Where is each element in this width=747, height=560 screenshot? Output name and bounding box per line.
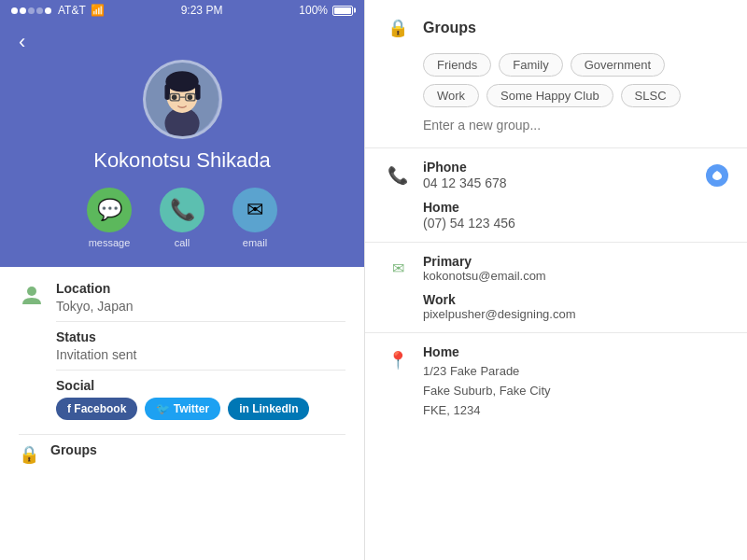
status-bar: AT&T 📶 9:23 PM 100%: [0, 0, 364, 21]
battery-icon: [332, 6, 353, 16]
iphone-row: 📞 iPhone 04 12 345 678: [384, 160, 728, 190]
phone-icon: 📞: [384, 161, 412, 189]
svg-point-11: [27, 287, 36, 296]
home-phone-type: Home: [423, 200, 728, 215]
address-line: 1/23 Fake Parade: [423, 362, 728, 382]
home-address-row: 📍 Home 1/23 Fake ParadeFake Suburb, Fake…: [384, 344, 728, 420]
message-circle: 💬: [87, 188, 132, 232]
facebook-badge[interactable]: f Facebook: [56, 398, 137, 420]
carrier-label: AT&T: [58, 4, 86, 17]
group-tag[interactable]: SLSC: [621, 84, 681, 107]
group-tag[interactable]: Government: [571, 53, 666, 77]
svg-point-3: [165, 71, 198, 91]
home-phone-row: Home (07) 54 123 456: [384, 200, 728, 231]
email-label: email: [243, 237, 267, 248]
location-content: Location Tokyo, Japan Status Invitation …: [56, 281, 345, 420]
iphone-number: 04 12 345 678: [423, 175, 695, 190]
signal-dots: [11, 4, 53, 17]
group-tag[interactable]: Friends: [423, 53, 491, 77]
action-buttons: 💬 message 📞 call ✉ email: [87, 188, 277, 248]
lock-icon: 🔒: [19, 444, 39, 465]
svg-point-9: [171, 94, 176, 100]
status-value: Invitation sent: [56, 347, 345, 362]
work-email-value: pixelpusher@designing.com: [423, 307, 728, 321]
group-tags: FriendsFamilyGovernmentWorkSome Happy Cl…: [384, 53, 728, 107]
home-address-info: Home 1/23 Fake ParadeFake Suburb, Fake C…: [423, 344, 728, 420]
new-group-input-container: [384, 117, 728, 133]
social-label: Social: [56, 378, 345, 393]
avatar: [143, 60, 222, 139]
right-panel: 🔒 Groups FriendsFamilyGovernmentWorkSome…: [364, 0, 747, 560]
group-tag[interactable]: Work: [423, 84, 479, 107]
email-button[interactable]: ✉ email: [233, 188, 277, 248]
groups-title: Groups: [423, 20, 476, 36]
primary-email-row: ✉ Primary kokonotsu@email.com: [384, 254, 728, 283]
phone-section: 📞 iPhone 04 12 345 678 Home (07) 54 123 …: [365, 148, 747, 243]
new-group-input[interactable]: [423, 118, 728, 133]
linkedin-badge[interactable]: in LinkedIn: [228, 398, 309, 420]
svg-rect-4: [164, 84, 170, 100]
groups-section: 🔒 Groups FriendsFamilyGovernmentWorkSome…: [365, 0, 747, 148]
address-section: 📍 Home 1/23 Fake ParadeFake Suburb, Fake…: [365, 333, 747, 431]
primary-email-value: kokonotsu@email.com: [423, 269, 728, 283]
contact-name: Kokonotsu Shikada: [93, 148, 271, 173]
groups-header: 🔒 Groups: [384, 14, 728, 42]
address-line: FKE, 1234: [423, 401, 728, 421]
work-email-type: Work: [423, 292, 728, 307]
location-value: Tokyo, Japan: [56, 299, 345, 314]
group-tag[interactable]: Some Happy Club: [486, 84, 613, 107]
social-badges: f Facebook 🐦 Twitter in LinkedIn: [56, 398, 345, 420]
home-phone-number: (07) 54 123 456: [423, 216, 728, 231]
location-label: Location: [56, 281, 345, 296]
twitter-badge[interactable]: 🐦 Twitter: [145, 398, 220, 420]
address-line: Fake Suburb, Fake City: [423, 382, 728, 401]
message-button[interactable]: 💬 message: [87, 188, 132, 248]
svg-rect-5: [194, 84, 200, 100]
primary-email-type: Primary: [423, 254, 728, 269]
groups-label-left: Groups: [50, 442, 97, 457]
message-label: message: [89, 237, 131, 248]
work-email-row: Work pixelpusher@designing.com: [384, 292, 728, 321]
iphone-badge: [706, 164, 728, 187]
email-icon: ✉: [384, 255, 412, 283]
svg-point-10: [187, 94, 192, 100]
location-pin-icon: 📍: [384, 346, 412, 374]
call-label: call: [175, 237, 190, 248]
iphone-type: iPhone: [423, 160, 695, 175]
wifi-icon: 📶: [91, 4, 105, 17]
address-lines: 1/23 Fake ParadeFake Suburb, Fake CityFK…: [423, 362, 728, 420]
iphone-info: iPhone 04 12 345 678: [423, 160, 695, 190]
status-right: 100%: [299, 4, 353, 17]
groups-lock-icon: 🔒: [384, 14, 412, 42]
groups-section-left: 🔒 Groups: [19, 442, 345, 465]
home-phone-info: Home (07) 54 123 456: [423, 200, 728, 231]
call-button[interactable]: 📞 call: [160, 188, 204, 248]
left-info: Location Tokyo, Japan Status Invitation …: [0, 267, 364, 560]
location-section: Location Tokyo, Japan Status Invitation …: [19, 281, 345, 420]
email-circle: ✉: [233, 188, 277, 232]
battery-label: 100%: [299, 4, 328, 17]
time-label: 9:23 PM: [181, 4, 223, 17]
status-label: Status: [56, 329, 345, 344]
address-type: Home: [423, 344, 728, 359]
email-section: ✉ Primary kokonotsu@email.com Work pixel…: [365, 243, 747, 333]
back-button[interactable]: ‹: [19, 30, 25, 54]
person-icon: [19, 283, 45, 309]
group-tag[interactable]: Family: [499, 53, 562, 77]
profile-header: ‹: [0, 21, 364, 267]
left-panel: AT&T 📶 9:23 PM 100% ‹: [0, 0, 364, 560]
primary-email-info: Primary kokonotsu@email.com: [423, 254, 728, 283]
call-circle: 📞: [160, 188, 204, 232]
